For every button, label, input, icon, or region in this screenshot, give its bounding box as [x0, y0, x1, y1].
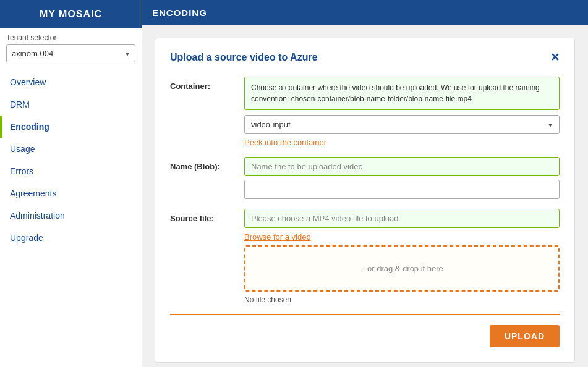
container-control: Choose a container where the video shoul… [244, 77, 560, 147]
container-select[interactable]: video-input [244, 115, 560, 134]
source-label: Source file: [170, 209, 244, 223]
main-body: Upload a source video to Azure ✕ Contain… [142, 25, 588, 367]
name-row: Name (Blob): Name the to be uploaded vid… [170, 157, 560, 199]
sidebar-item-overview[interactable]: Overview [0, 71, 142, 93]
sidebar-item-encoding[interactable]: Encoding [0, 116, 142, 138]
main-content: ENCODING Upload a source video to Azure … [142, 0, 588, 367]
sidebar-item-agreements[interactable]: Agreements [0, 182, 142, 205]
container-label: Container: [170, 77, 244, 91]
sidebar-item-errors[interactable]: Errors [0, 160, 142, 182]
source-control: Please choose a MP4 video file to upload… [244, 209, 560, 304]
name-control: Name the to be uploaded video [244, 157, 560, 199]
tenant-selector-section: Tenant selector axinom 004 [0, 28, 142, 65]
source-row: Source file: Please choose a MP4 video f… [170, 209, 560, 304]
button-area: UPLOAD [170, 325, 560, 347]
sidebar-nav: Overview DRM Encoding Usage Errors Agree… [0, 71, 142, 367]
drop-zone[interactable]: .. or drag & drop it here [244, 245, 560, 292]
tenant-select[interactable]: axinom 004 [6, 44, 135, 62]
page-header: ENCODING [142, 0, 588, 25]
upload-card: Upload a source video to Azure ✕ Contain… [155, 38, 575, 363]
container-info: Choose a container where the video shoul… [244, 77, 560, 110]
divider [170, 314, 560, 315]
no-file-label: No file chosen [244, 295, 560, 304]
upload-button[interactable]: UPLOAD [490, 325, 560, 347]
peek-container-link[interactable]: Peek into the container [244, 138, 326, 147]
tenant-label: Tenant selector [6, 33, 135, 42]
card-header: Upload a source video to Azure ✕ [170, 51, 560, 64]
close-button[interactable]: ✕ [550, 51, 560, 64]
sidebar: MY MOSAIC Tenant selector axinom 004 Ove… [0, 0, 142, 367]
container-row: Container: Choose a container where the … [170, 77, 560, 147]
sidebar-item-administration[interactable]: Administration [0, 205, 142, 227]
card-title: Upload a source video to Azure [170, 52, 318, 63]
container-select-wrapper: video-input [244, 115, 560, 134]
browse-link[interactable]: Browse for a video [244, 232, 311, 242]
sidebar-item-usage[interactable]: Usage [0, 138, 142, 160]
source-hint: Please choose a MP4 video file to upload [244, 209, 560, 228]
tenant-select-wrapper: axinom 004 [6, 44, 135, 62]
name-hint: Name the to be uploaded video [244, 157, 560, 176]
name-input[interactable] [244, 180, 560, 199]
sidebar-header: MY MOSAIC [0, 0, 142, 28]
name-label: Name (Blob): [170, 157, 244, 171]
sidebar-item-upgrade[interactable]: Upgrade [0, 227, 142, 249]
sidebar-item-drm[interactable]: DRM [0, 93, 142, 116]
